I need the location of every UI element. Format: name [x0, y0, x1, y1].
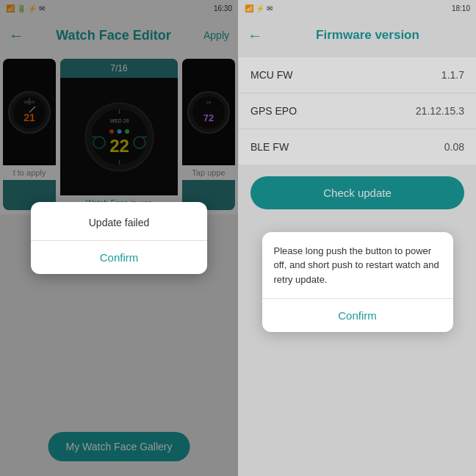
- left-panel: 📶 🔋 ⚡ ✉ 16:30 ← Watch Face Editor Apply …: [0, 0, 238, 476]
- right-panel: 📶 ⚡ ✉ 18:10 ← Firmware version MCU FW 1.…: [239, 0, 476, 476]
- modal-message: Update failed: [31, 202, 207, 240]
- modal-confirm-button[interactable]: Confirm: [31, 241, 207, 274]
- right-modal-confirm-button[interactable]: Confirm: [262, 299, 453, 332]
- right-modal-overlay: Please long push the button to power off…: [239, 0, 476, 476]
- left-modal-overlay: Update failed Confirm: [0, 0, 238, 476]
- left-modal: Update failed Confirm: [31, 202, 207, 274]
- right-modal: Please long push the button to power off…: [262, 232, 453, 333]
- right-modal-message: Please long push the button to power off…: [262, 232, 453, 299]
